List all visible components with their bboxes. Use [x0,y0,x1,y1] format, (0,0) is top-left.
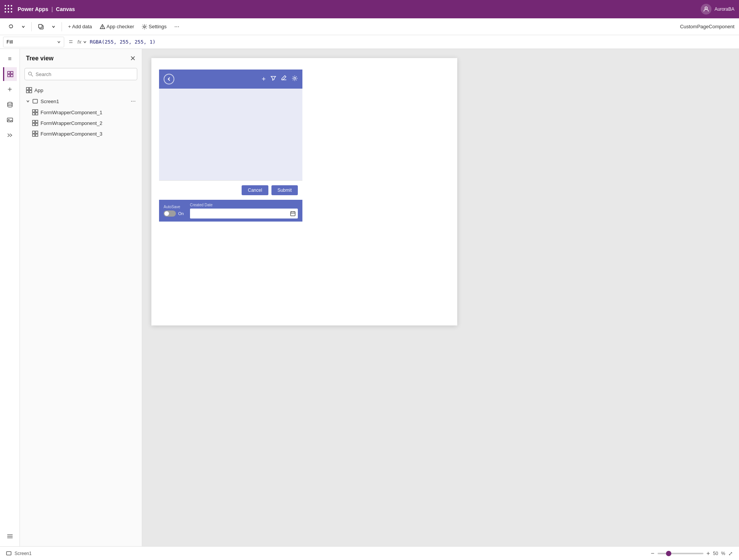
add-header-icon[interactable]: + [261,75,266,83]
tree-item-form2[interactable]: FormWrapperComponent_2 [20,118,142,128]
environment-icon [701,4,711,15]
tree-item-form2-label: FormWrapperComponent_2 [41,120,102,126]
app-tree-icon [26,87,32,93]
tree-close-button[interactable]: ✕ [130,54,136,63]
add-data-button[interactable]: + Add data [65,22,95,31]
property-dropdown[interactable]: Fill [3,37,64,47]
svg-rect-2 [39,24,42,28]
tree-items: App Screen1 ··· FormWrapperCompone [20,85,142,546]
fit-button[interactable]: ⤢ [728,550,733,557]
main-layout: ≡ + [0,49,739,546]
svg-rect-8 [8,74,10,77]
icon-sidebar: ≡ + [0,49,20,546]
status-bar: Screen1 − + 50 % ⤢ [0,546,739,560]
svg-point-10 [8,102,12,104]
tree-item-form1[interactable]: FormWrapperComponent_1 [20,107,142,118]
svg-point-0 [705,7,707,9]
chevron-down-icon [21,25,25,29]
copy-button[interactable] [35,22,47,31]
back-button[interactable] [164,74,174,84]
svg-rect-30 [36,123,38,126]
tree-item-form1-label: FormWrapperComponent_1 [41,110,102,115]
autosave-section: AutoSave On [164,205,184,217]
zoom-value: 50 [713,551,718,556]
created-date-section: Created Date [190,203,298,218]
filter-header-icon[interactable] [270,75,276,83]
autosave-label: AutoSave [164,205,184,209]
power-automate-button[interactable] [3,128,17,142]
svg-rect-28 [36,120,38,123]
tree-item-more-button[interactable]: ··· [131,98,136,105]
environment-name: AuroraBA [715,6,734,12]
svg-rect-20 [26,91,29,93]
app-checker-icon [100,24,105,29]
back-arrow-icon [167,77,171,81]
tree-item-form3-label: FormWrapperComponent_3 [41,131,102,137]
toggle-track[interactable] [164,210,176,217]
equals-sign: = [67,38,75,46]
toggle-on-label: On [178,211,184,216]
edit-header-icon[interactable] [281,75,287,83]
date-input[interactable] [190,209,298,218]
svg-rect-26 [36,113,38,115]
status-bar-right: − + 50 % ⤢ [651,550,733,557]
svg-point-5 [143,26,145,28]
hamburger-button[interactable]: ≡ [3,52,17,66]
zoom-plus-button[interactable]: + [707,550,710,557]
app-title: Power Apps | Canvas [18,6,75,12]
top-bar-right: AuroraBA [701,4,734,15]
app-grid-icon[interactable] [5,5,13,13]
component-tree-icon-1 [32,109,38,115]
zoom-minus-button[interactable]: − [651,550,654,557]
tree-item-app[interactable]: App [20,85,142,95]
tree-item-screen1-label: Screen1 [41,99,59,104]
more-options-button[interactable]: ⋯ [171,22,182,31]
svg-point-4 [102,28,102,28]
copy-icon [38,24,44,30]
cancel-button[interactable]: Cancel [242,185,268,195]
svg-rect-21 [29,91,32,93]
settings-header-icon[interactable] [292,75,298,83]
svg-rect-31 [32,131,35,133]
component-preview: + Cancel [159,70,302,222]
tree-item-screen1[interactable]: Screen1 ··· [20,95,142,107]
svg-line-17 [31,75,33,77]
svg-rect-9 [11,74,13,77]
autosave-toggle: On [164,210,184,217]
component-footer: Cancel Submit [159,180,302,200]
toolbar-separator-2 [62,22,62,31]
settings-button[interactable]: Settings [139,22,170,31]
component-bottom-bar: AutoSave On Created Date [159,200,302,222]
tree-search-input[interactable] [36,71,134,77]
paste-dropdown-button[interactable] [49,23,58,30]
layers-icon [7,71,14,78]
undo-dropdown-button[interactable] [18,23,28,30]
component-tree-icon-2 [32,120,38,126]
svg-rect-22 [33,99,37,103]
search-icon [28,71,33,77]
chevron-down-icon-2 [52,25,55,29]
chevron-down-tree-icon [26,99,30,103]
top-bar: Power Apps | Canvas AuroraBA [0,0,739,18]
layers-button[interactable] [3,67,17,81]
svg-rect-41 [6,552,11,555]
submit-button[interactable]: Submit [271,185,298,195]
undo-button[interactable] [5,22,17,31]
header-actions: + [261,75,298,83]
svg-point-36 [294,77,296,79]
formula-input[interactable] [90,39,736,45]
created-date-label: Created Date [190,203,298,207]
variables-button[interactable] [3,529,17,543]
tree-item-form3[interactable]: FormWrapperComponent_3 [20,128,142,139]
svg-rect-37 [291,212,295,216]
zoom-slider[interactable] [658,553,703,554]
add-button[interactable]: + [3,83,17,96]
app-checker-button[interactable]: App checker [97,22,137,31]
data-button[interactable] [3,98,17,112]
toolbar-separator [31,22,32,31]
power-automate-icon [6,132,13,139]
page-name: CustomPageComponent [680,24,734,29]
media-button[interactable] [3,113,17,127]
svg-rect-24 [36,110,38,112]
canvas-frame: + Cancel [151,58,457,325]
